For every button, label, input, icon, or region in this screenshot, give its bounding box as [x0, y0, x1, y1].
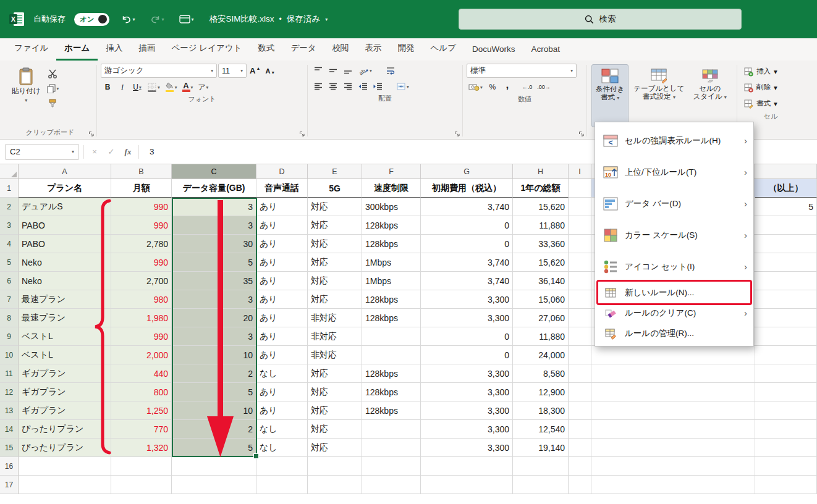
cell-G17[interactable] — [421, 476, 513, 494]
cell-D3[interactable]: あり — [256, 216, 308, 235]
cell-far-4[interactable] — [755, 235, 817, 253]
decrease-indent-button[interactable] — [356, 80, 370, 93]
cell-C1[interactable]: データ容量(GB) — [172, 179, 256, 198]
row-header-10[interactable]: 10 — [0, 346, 19, 364]
cell-H7[interactable]: 15,060 — [513, 290, 569, 309]
row-header-3[interactable]: 3 — [0, 216, 19, 235]
cell-F14[interactable] — [362, 420, 421, 439]
undo-button[interactable]: ▾ — [118, 12, 138, 27]
cell-E7[interactable]: 対応 — [308, 290, 362, 309]
orientation-button[interactable]: ab▾ — [356, 64, 374, 77]
cell-A1[interactable]: プラン名 — [19, 179, 111, 198]
cell-I1[interactable] — [569, 179, 591, 198]
cell-far-12[interactable] — [755, 383, 817, 401]
column-header-H[interactable]: H — [513, 164, 569, 179]
cell-G7[interactable]: 3,300 — [421, 290, 513, 309]
bold-button[interactable]: B — [101, 80, 114, 94]
cell-A15[interactable]: ぴったりプラン — [19, 439, 111, 457]
conditional-formatting-button[interactable]: 条件付き書式 ▾ — [591, 64, 629, 127]
cell-E5[interactable]: 対応 — [308, 253, 362, 272]
column-header-G[interactable]: G — [421, 164, 513, 179]
cell-C4[interactable]: 30 — [172, 235, 256, 253]
cell-I8[interactable] — [569, 309, 591, 327]
cell-C2[interactable]: 3 — [172, 198, 256, 216]
cell-filler-14[interactable] — [591, 420, 755, 439]
increase-indent-button[interactable] — [371, 80, 384, 93]
cell-H16[interactable] — [513, 457, 569, 476]
insert-cells-button[interactable]: 挿入▾ — [741, 64, 800, 79]
cell-H10[interactable]: 24,000 — [513, 346, 569, 364]
confirm-entry-icon[interactable]: ✓ — [105, 147, 117, 156]
cell-A11[interactable]: ギガプラン — [19, 364, 111, 383]
menu-item-highlight-cells-rules[interactable]: <セルの強調表示ルール(H)› — [595, 125, 753, 156]
menu-item-manage-rules[interactable]: ルールの管理(R)... — [595, 323, 753, 343]
cell-H13[interactable]: 18,300 — [513, 401, 569, 420]
cell-F17[interactable] — [362, 476, 421, 494]
cell-F7[interactable]: 128kbps — [362, 290, 421, 309]
tab-5[interactable]: 数式 — [250, 38, 282, 61]
cell-G14[interactable]: 3,300 — [421, 420, 513, 439]
cell-G5[interactable]: 3,740 — [421, 253, 513, 272]
cell-B11[interactable]: 440 — [111, 364, 172, 383]
cell-E10[interactable]: 非対応 — [308, 346, 362, 364]
cell-D8[interactable]: あり — [256, 309, 308, 327]
row-header-1[interactable]: 1 — [0, 179, 19, 198]
menu-item-clear-rules[interactable]: ルールのクリア(C)› — [595, 303, 753, 323]
cell-H5[interactable]: 15,620 — [513, 253, 569, 272]
cell-C17[interactable] — [172, 476, 256, 494]
tab-12[interactable]: Acrobat — [523, 40, 569, 61]
borders-button[interactable]: ▾ — [145, 80, 162, 94]
cell-filler-16[interactable] — [591, 457, 755, 476]
comma-style-button[interactable]: , — [501, 80, 514, 94]
redo-button[interactable]: ▾ — [147, 12, 167, 27]
cell-B15[interactable]: 1,320 — [111, 439, 172, 457]
file-menu[interactable]: 格安SIM比較.xlsx • 保存済み ▾ — [210, 14, 328, 25]
cell-F5[interactable]: 1Mbps — [362, 253, 421, 272]
cell-A8[interactable]: 最速プラン — [19, 309, 111, 327]
name-box[interactable]: C2▾ — [5, 144, 79, 160]
cell-E3[interactable]: 対応 — [308, 216, 362, 235]
cell-H3[interactable]: 11,880 — [513, 216, 569, 235]
cell-E12[interactable]: 対応 — [308, 383, 362, 401]
cell-F13[interactable]: 128kbps — [362, 401, 421, 420]
cell-I9[interactable] — [569, 327, 591, 346]
cell-C16[interactable] — [172, 457, 256, 476]
cell-B7[interactable]: 980 — [111, 290, 172, 309]
tab-0[interactable]: ファイル — [6, 38, 56, 61]
tab-11[interactable]: DocuWorks — [464, 40, 523, 61]
cell-D12[interactable]: あり — [256, 383, 308, 401]
cell-D10[interactable]: あり — [256, 346, 308, 364]
copy-button[interactable]: ▾ — [44, 82, 61, 95]
row-header-14[interactable]: 14 — [0, 420, 19, 439]
tab-2[interactable]: 挿入 — [98, 38, 130, 61]
dialog-launcher-icon[interactable] — [88, 131, 95, 137]
cell-far-17[interactable] — [755, 476, 817, 494]
cell-G15[interactable]: 3,300 — [421, 439, 513, 457]
cell-B14[interactable]: 770 — [111, 420, 172, 439]
cell-D7[interactable]: あり — [256, 290, 308, 309]
cell-E14[interactable]: 対応 — [308, 420, 362, 439]
cell-H1[interactable]: 1年の総額 — [513, 179, 569, 198]
cell-D15[interactable]: なし — [256, 439, 308, 457]
cell-D1[interactable]: 音声通話 — [256, 179, 308, 198]
cell-filler-10[interactable] — [591, 346, 755, 364]
cell-I16[interactable] — [569, 457, 591, 476]
excel-logo-icon[interactable]: X — [9, 12, 25, 27]
column-header-F[interactable]: F — [362, 164, 421, 179]
insert-function-button[interactable]: fx — [122, 147, 134, 157]
dialog-launcher-icon[interactable] — [454, 131, 460, 137]
cell-C13[interactable]: 10 — [172, 401, 256, 420]
increase-decimal-button[interactable]: ←.0 — [520, 80, 535, 94]
row-header-6[interactable]: 6 — [0, 272, 19, 290]
cell-B13[interactable]: 1,250 — [111, 401, 172, 420]
tab-8[interactable]: 表示 — [357, 38, 390, 61]
cell-A14[interactable]: ぴったりプラン — [19, 420, 111, 439]
cell-D2[interactable]: あり — [256, 198, 308, 216]
cell-far-13[interactable] — [755, 401, 817, 420]
align-center-button[interactable] — [326, 80, 340, 93]
cell-D17[interactable] — [256, 476, 308, 494]
column-header-B[interactable]: B — [111, 164, 172, 179]
cell-A17[interactable] — [19, 476, 111, 494]
cell-A13[interactable]: ギガプラン — [19, 401, 111, 420]
underline-button[interactable]: U▾ — [130, 80, 144, 94]
